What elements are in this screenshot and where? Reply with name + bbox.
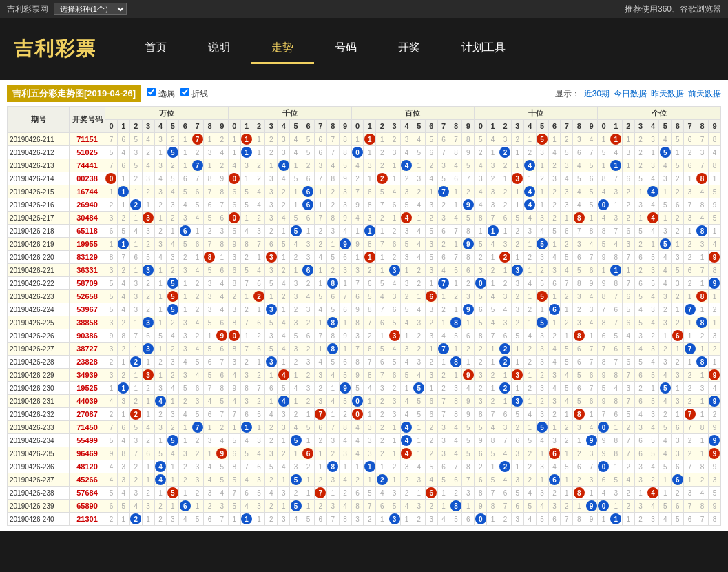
link-yesterday[interactable]: 昨天数据 — [651, 88, 684, 100]
cell-digit: 1 — [117, 185, 129, 198]
cell-digit: 6 — [548, 303, 561, 316]
cell-digit: 1 — [523, 238, 536, 251]
cell-digit: 2 — [351, 172, 364, 185]
cell-digit: 4 — [401, 356, 413, 369]
th-digit: 5 — [290, 120, 302, 133]
cell-digit: 3 — [523, 225, 536, 238]
cell-digit: 3 — [364, 434, 376, 447]
nav-kajiang[interactable]: 开奖 — [377, 34, 441, 64]
lottery-select[interactable]: 选择彩种(1个） — [54, 3, 127, 15]
site-link[interactable]: 吉利彩票网 — [7, 3, 48, 15]
th-digit: 9 — [585, 120, 598, 133]
cell-digit: 0 — [475, 277, 487, 290]
cell-digit: 6 — [585, 172, 598, 185]
cell-digit: 1 — [634, 212, 647, 225]
cell-digit: 3 — [314, 395, 326, 408]
cell-digit: 2 — [376, 159, 388, 172]
cell-digit: 6 — [573, 343, 585, 356]
cell-digit: 2 — [523, 343, 536, 356]
cell-digit: 6 — [228, 198, 240, 212]
cell-digit: 2 — [487, 172, 499, 185]
cell-digit: 3 — [672, 434, 684, 447]
cell-digit: 7 — [228, 408, 240, 421]
cell-digit: 5 — [523, 500, 536, 513]
cell-digit: 5 — [634, 290, 647, 303]
cell-digit: 6 — [437, 251, 450, 264]
cell-digit: 3 — [450, 382, 462, 395]
cell-digit: 8 — [696, 290, 709, 303]
nav-zoushi[interactable]: 走势 — [251, 34, 314, 64]
link-today[interactable]: 今日数据 — [614, 88, 647, 100]
cell-digit: 2 — [499, 277, 512, 290]
cell-digit: 6 — [388, 369, 401, 382]
cell-digit: 5 — [339, 369, 351, 382]
cell-digit: 4 — [696, 185, 709, 198]
cell-digit: 9 — [708, 460, 720, 473]
cell-digit: 1 — [117, 513, 129, 526]
cell-digit: 3 — [142, 172, 154, 185]
cell-digit: 9 — [585, 513, 598, 526]
cell-digit: 1 — [228, 513, 240, 526]
cell-digit: 3 — [548, 172, 561, 185]
checkbox-zhexian[interactable]: 折线 — [180, 88, 208, 100]
link-jin30[interactable]: 近30期 — [584, 88, 610, 100]
cell-digit: 5 — [154, 329, 167, 343]
cell-digit: 4 — [523, 159, 536, 172]
cell-digit: 6 — [672, 421, 684, 434]
cell-digit: 1 — [561, 487, 573, 500]
cell-digit: 3 — [204, 487, 216, 500]
cell-digit: 2 — [425, 500, 437, 513]
cell-digit: 1 — [499, 225, 512, 238]
cell-digit: 3 — [536, 408, 548, 421]
cell-digit: 2 — [622, 487, 634, 500]
cell-digit: 3 — [659, 290, 672, 303]
checkbox-xuanzhu[interactable]: 选属 — [147, 88, 174, 100]
cell-digit: 4 — [401, 408, 413, 421]
table-row: 20190426-2282382821212345673213123456876… — [8, 356, 721, 369]
cell-digit: 2 — [413, 329, 425, 343]
cell-digit: 3 — [511, 264, 523, 277]
nav-shuoming[interactable]: 说明 — [187, 34, 251, 64]
cell-digit: 7 — [487, 329, 499, 343]
cell-digit: 5 — [216, 460, 228, 473]
nav-haoma[interactable]: 号码 — [314, 34, 377, 64]
cell-digit: 2 — [167, 264, 179, 277]
nav-jihua[interactable]: 计划工具 — [441, 34, 526, 64]
cell-digit: 6 — [191, 185, 204, 198]
cell-digit: 1 — [191, 225, 204, 238]
cell-digit: 3 — [462, 290, 475, 303]
nav-home[interactable]: 首页 — [124, 34, 187, 64]
cell-digit: 5 — [167, 487, 179, 500]
cell-digit: 3 — [179, 264, 191, 277]
cell-digit: 2 — [437, 198, 450, 212]
cell-digit: 8 — [204, 172, 216, 185]
table-row: 20190426-2173048432131234560123456789432… — [8, 212, 721, 225]
cell-digit: 4 — [659, 277, 672, 290]
cell-digit: 3 — [179, 212, 191, 225]
th-digit: 7 — [191, 120, 204, 133]
cell-digit: 1 — [585, 408, 598, 421]
cell-digit: 2 — [326, 198, 339, 212]
cell-digit: 3 — [634, 198, 647, 212]
cell-digit: 5 — [634, 172, 647, 185]
cell-digit: 4 — [708, 382, 720, 395]
cell-digit: 2 — [265, 421, 278, 434]
cell-kajiang: 57684 — [70, 487, 105, 500]
cell-digit: 3 — [388, 146, 401, 159]
cell-digit: 2 — [117, 343, 129, 356]
cell-digit: 4 — [536, 225, 548, 238]
link-daybeforeyesterday[interactable]: 前天数据 — [688, 88, 721, 100]
cell-digit: 1 — [364, 395, 376, 408]
table-row: 20190426-2191995511123456789876543219987… — [8, 238, 721, 251]
cell-digit: 4 — [401, 159, 413, 172]
cell-digit: 5 — [413, 146, 425, 159]
cell-digit: 3 — [634, 473, 647, 487]
cell-digit: 1 — [278, 434, 290, 447]
cell-digit: 5 — [475, 421, 487, 434]
cell-digit: 0 — [598, 460, 610, 473]
cell-digit: 6 — [462, 329, 475, 343]
cell-digit: 4 — [278, 329, 290, 343]
cell-digit: 4 — [278, 172, 290, 185]
cell-digit: 5 — [413, 382, 425, 395]
cell-digit: 1 — [179, 303, 191, 316]
